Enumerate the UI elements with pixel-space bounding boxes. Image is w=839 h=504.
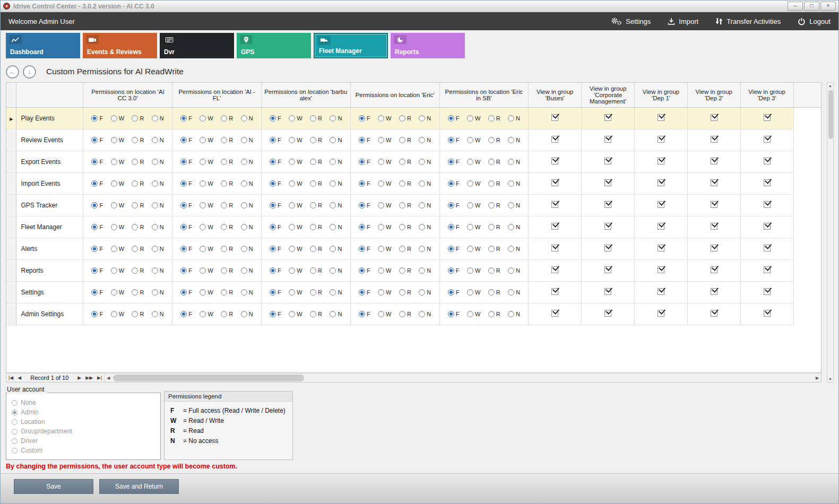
radio-N[interactable]	[508, 289, 514, 296]
radio-R[interactable]	[221, 159, 227, 165]
radio-R[interactable]	[488, 224, 495, 230]
permission-option-F[interactable]: F	[270, 115, 281, 121]
radio-F-selected[interactable]	[359, 159, 365, 165]
permission-option-N[interactable]: N	[419, 202, 431, 208]
permission-option-W[interactable]: W	[200, 289, 213, 296]
permission-option-R[interactable]: R	[399, 202, 411, 208]
permission-option-F[interactable]: F	[448, 267, 460, 274]
permission-option-F[interactable]: F	[359, 289, 370, 296]
radio-W[interactable]	[378, 289, 384, 296]
user-account-option-custom[interactable]: Custom	[12, 446, 155, 455]
radio-N[interactable]	[419, 267, 425, 274]
radio-F-selected[interactable]	[180, 159, 187, 165]
radio-R[interactable]	[221, 180, 227, 187]
radio-W[interactable]	[378, 224, 384, 230]
permission-option-F[interactable]: F	[359, 202, 370, 208]
permission-option-R[interactable]: R	[221, 246, 233, 252]
radio-R[interactable]	[132, 202, 138, 208]
radio-N[interactable]	[330, 180, 336, 187]
permission-option-N[interactable]: N	[419, 289, 431, 296]
radio-F-selected[interactable]	[270, 115, 276, 121]
radio-W[interactable]	[467, 311, 473, 317]
permission-option-W[interactable]: W	[111, 289, 124, 296]
permission-option-R[interactable]: R	[132, 246, 144, 252]
permission-option-F[interactable]: F	[359, 267, 370, 274]
radio-N[interactable]	[241, 224, 247, 230]
permission-option-F[interactable]: F	[448, 289, 460, 296]
permission-option-N[interactable]: N	[508, 159, 520, 165]
group-column-header[interactable]: View in group 'Dep 2'	[687, 83, 740, 107]
permission-option-W[interactable]: W	[289, 311, 302, 317]
location-column-header[interactable]: Permissions on location 'barbu alex'	[261, 83, 350, 107]
permission-option-N[interactable]: N	[152, 202, 164, 208]
view-in-group-checkbox[interactable]	[711, 136, 717, 143]
last-record-button[interactable]: ▶|	[95, 375, 104, 380]
radio-N[interactable]	[152, 159, 158, 165]
permission-option-R[interactable]: R	[488, 115, 500, 121]
scroll-up-arrow-icon[interactable]: ▲	[827, 84, 833, 88]
radio-W[interactable]	[289, 115, 295, 121]
permission-option-W[interactable]: W	[289, 115, 302, 121]
permission-option-N[interactable]: N	[419, 180, 431, 187]
user-account-option-driver[interactable]: Driver	[12, 436, 155, 446]
radio-N[interactable]	[152, 202, 158, 208]
permission-option-N[interactable]: N	[330, 202, 342, 208]
permission-option-R[interactable]: R	[132, 224, 144, 230]
permission-option-F[interactable]: F	[270, 202, 281, 208]
radio-N[interactable]	[419, 311, 425, 317]
radio-R[interactable]	[399, 224, 405, 230]
permission-option-F[interactable]: F	[359, 115, 370, 121]
radio-F-selected[interactable]	[448, 311, 454, 317]
permission-option-R[interactable]: R	[310, 202, 322, 208]
view-in-group-checkbox[interactable]	[604, 245, 611, 251]
permission-option-N[interactable]: N	[419, 311, 431, 317]
radio-R[interactable]	[310, 115, 316, 121]
view-in-group-checkbox[interactable]	[551, 201, 558, 208]
radio-N[interactable]	[508, 159, 514, 165]
radio-R[interactable]	[132, 115, 138, 121]
permission-option-N[interactable]: N	[508, 246, 520, 252]
radio-N[interactable]	[508, 202, 514, 208]
permission-option-N[interactable]: N	[508, 180, 520, 187]
view-in-group-checkbox[interactable]	[711, 223, 717, 230]
user-account-option-group-department[interactable]: Group/department	[12, 427, 155, 436]
view-in-group-checkbox[interactable]	[711, 201, 717, 208]
radio-admin-selected[interactable]	[12, 410, 18, 415]
radio-F-selected[interactable]	[180, 137, 187, 143]
minimize-button[interactable]: –	[788, 2, 803, 11]
view-in-group-checkbox[interactable]	[658, 310, 664, 317]
permission-option-R[interactable]: R	[488, 289, 500, 296]
view-in-group-checkbox[interactable]	[764, 288, 771, 295]
user-account-option-none[interactable]: None	[12, 398, 155, 407]
permission-option-N[interactable]: N	[419, 267, 431, 274]
permission-option-R[interactable]: R	[221, 224, 233, 230]
permission-option-R[interactable]: R	[132, 115, 144, 121]
permission-option-R[interactable]: R	[132, 267, 144, 274]
radio-F-selected[interactable]	[448, 159, 454, 165]
radio-R[interactable]	[399, 267, 405, 274]
radio-W[interactable]	[289, 137, 295, 143]
permission-option-W[interactable]: W	[200, 202, 213, 208]
group-column-header[interactable]: View in group 'Dep 3'	[740, 83, 793, 107]
radio-W[interactable]	[289, 246, 295, 252]
radio-F-selected[interactable]	[91, 267, 98, 274]
scroll-down-button[interactable]: ↓	[23, 65, 36, 79]
radio-F-selected[interactable]	[359, 137, 365, 143]
permission-option-W[interactable]: W	[378, 289, 391, 296]
radio-N[interactable]	[508, 246, 514, 252]
permission-option-N[interactable]: N	[152, 311, 164, 317]
radio-N[interactable]	[152, 246, 158, 252]
permission-option-N[interactable]: N	[419, 159, 431, 165]
radio-R[interactable]	[310, 159, 316, 165]
radio-F-selected[interactable]	[448, 202, 454, 208]
permission-option-R[interactable]: R	[399, 137, 411, 143]
permission-option-N[interactable]: N	[241, 137, 253, 143]
radio-W[interactable]	[467, 267, 473, 274]
radio-N[interactable]	[330, 115, 336, 121]
permission-option-N[interactable]: N	[330, 267, 342, 274]
permission-option-N[interactable]: N	[241, 159, 253, 165]
radio-R[interactable]	[132, 137, 138, 143]
radio-N[interactable]	[419, 137, 425, 143]
radio-W[interactable]	[200, 180, 206, 187]
permission-option-W[interactable]: W	[467, 246, 480, 252]
